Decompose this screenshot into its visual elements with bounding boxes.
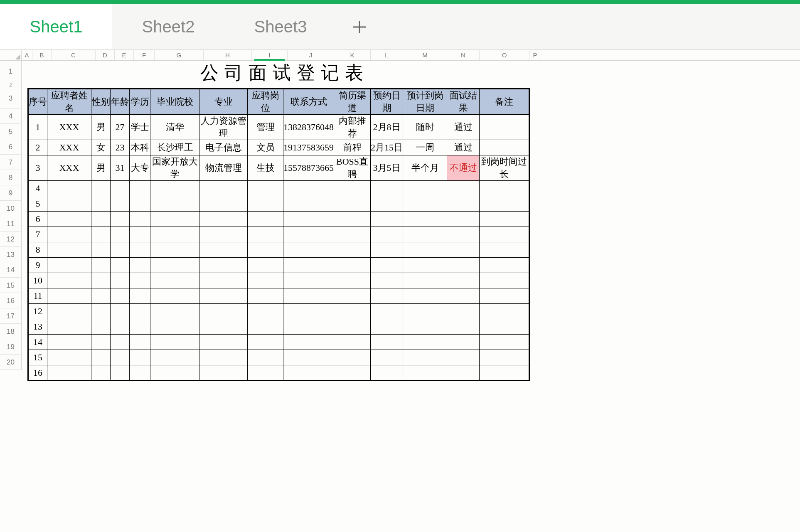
cell[interactable] bbox=[403, 181, 447, 196]
cell[interactable] bbox=[248, 335, 283, 350]
cell[interactable]: 6 bbox=[28, 212, 47, 227]
cell[interactable]: 大专 bbox=[130, 155, 150, 181]
cell[interactable] bbox=[91, 350, 111, 365]
cell[interactable] bbox=[47, 196, 91, 212]
table-header-cell[interactable]: 预约日期 bbox=[371, 89, 403, 115]
cell[interactable] bbox=[91, 319, 111, 335]
cell[interactable] bbox=[403, 227, 447, 242]
cell[interactable] bbox=[248, 273, 283, 288]
cell[interactable] bbox=[480, 365, 529, 381]
cell[interactable] bbox=[91, 181, 111, 196]
cell[interactable]: 男 bbox=[91, 115, 111, 140]
row-header[interactable]: 20 bbox=[0, 355, 22, 370]
cell[interactable] bbox=[199, 304, 248, 319]
cell[interactable] bbox=[403, 196, 447, 212]
cell[interactable] bbox=[248, 242, 283, 258]
cell[interactable] bbox=[480, 140, 529, 155]
cell[interactable]: 13 bbox=[28, 319, 47, 335]
cell[interactable] bbox=[403, 258, 447, 273]
cell[interactable] bbox=[47, 319, 91, 335]
table-header-cell[interactable]: 应聘岗位 bbox=[248, 89, 283, 115]
cell[interactable] bbox=[47, 242, 91, 258]
cell[interactable] bbox=[447, 304, 480, 319]
cell[interactable] bbox=[248, 304, 283, 319]
table-header-cell[interactable]: 预计到岗日期 bbox=[403, 89, 447, 115]
cell[interactable] bbox=[283, 304, 334, 319]
cell[interactable] bbox=[91, 212, 111, 227]
cell[interactable]: 8 bbox=[28, 242, 47, 258]
cell[interactable] bbox=[130, 288, 150, 304]
cell[interactable] bbox=[199, 335, 248, 350]
cell[interactable] bbox=[47, 288, 91, 304]
cell[interactable]: 前程 bbox=[334, 140, 371, 155]
cell[interactable] bbox=[47, 227, 91, 242]
cell[interactable] bbox=[480, 227, 529, 242]
cell[interactable] bbox=[480, 273, 529, 288]
cell[interactable] bbox=[91, 242, 111, 258]
cell[interactable] bbox=[403, 273, 447, 288]
cell[interactable] bbox=[248, 319, 283, 335]
table-header-cell[interactable]: 毕业院校 bbox=[150, 89, 199, 115]
cell[interactable] bbox=[150, 273, 199, 288]
select-all-corner[interactable] bbox=[0, 50, 22, 60]
row-header[interactable]: 5 bbox=[0, 124, 22, 139]
cell[interactable] bbox=[248, 288, 283, 304]
row-header[interactable]: 4 bbox=[0, 108, 22, 124]
cell[interactable] bbox=[283, 227, 334, 242]
table-row[interactable]: 4 bbox=[28, 181, 529, 196]
cell[interactable]: 本科 bbox=[130, 140, 150, 155]
cell[interactable] bbox=[447, 273, 480, 288]
cell[interactable] bbox=[334, 350, 371, 365]
table-row[interactable]: 6 bbox=[28, 212, 529, 227]
table-header-cell[interactable]: 年龄 bbox=[111, 89, 130, 115]
cell[interactable] bbox=[403, 365, 447, 381]
cell[interactable]: XXX bbox=[47, 155, 91, 181]
tab-sheet3[interactable]: Sheet3 bbox=[224, 4, 337, 49]
cell[interactable]: 13828376048 bbox=[283, 115, 334, 140]
cell[interactable] bbox=[111, 335, 130, 350]
sheet-content[interactable]: 公司面试登记表 序号应聘者姓名性别年龄学历毕业院校专业应聘岗位联系方式简历渠道预… bbox=[22, 61, 800, 381]
cell[interactable] bbox=[199, 196, 248, 212]
cell[interactable] bbox=[91, 365, 111, 381]
cell[interactable] bbox=[447, 212, 480, 227]
spreadsheet-grid[interactable]: ABCDEFGHIJKLMNOP 1 2 3456789101112131415… bbox=[0, 50, 800, 381]
cell[interactable] bbox=[199, 288, 248, 304]
cell[interactable] bbox=[199, 212, 248, 227]
cell[interactable] bbox=[283, 350, 334, 365]
cell[interactable] bbox=[480, 115, 529, 140]
cell[interactable] bbox=[47, 258, 91, 273]
cell[interactable] bbox=[150, 335, 199, 350]
cell[interactable]: 一周 bbox=[403, 140, 447, 155]
cell[interactable] bbox=[199, 181, 248, 196]
table-row[interactable]: 7 bbox=[28, 227, 529, 242]
row-header[interactable]: 15 bbox=[0, 278, 22, 293]
cell[interactable] bbox=[480, 196, 529, 212]
cell[interactable]: 15578873665 bbox=[283, 155, 334, 181]
cell[interactable] bbox=[334, 365, 371, 381]
table-header-cell[interactable]: 性别 bbox=[91, 89, 111, 115]
cell[interactable]: 5 bbox=[28, 196, 47, 212]
cell[interactable] bbox=[447, 258, 480, 273]
table-row[interactable]: 9 bbox=[28, 258, 529, 273]
cell[interactable] bbox=[91, 258, 111, 273]
cell[interactable]: 清华 bbox=[150, 115, 199, 140]
table-row[interactable]: 5 bbox=[28, 196, 529, 212]
cell[interactable] bbox=[283, 181, 334, 196]
cell[interactable] bbox=[447, 335, 480, 350]
cell[interactable]: 不通过 bbox=[447, 155, 480, 181]
cell[interactable] bbox=[248, 227, 283, 242]
cell[interactable]: 16 bbox=[28, 365, 47, 381]
cell[interactable] bbox=[283, 273, 334, 288]
cell[interactable] bbox=[371, 350, 403, 365]
cell[interactable] bbox=[447, 319, 480, 335]
column-header[interactable]: H bbox=[204, 50, 252, 60]
cell[interactable] bbox=[199, 273, 248, 288]
column-header[interactable]: L bbox=[371, 50, 403, 60]
cell[interactable] bbox=[150, 365, 199, 381]
cell[interactable]: 10 bbox=[28, 273, 47, 288]
cell[interactable] bbox=[283, 319, 334, 335]
cell[interactable]: 学士 bbox=[130, 115, 150, 140]
cell[interactable] bbox=[111, 181, 130, 196]
cell[interactable] bbox=[403, 350, 447, 365]
row-header[interactable]: 19 bbox=[0, 339, 22, 355]
